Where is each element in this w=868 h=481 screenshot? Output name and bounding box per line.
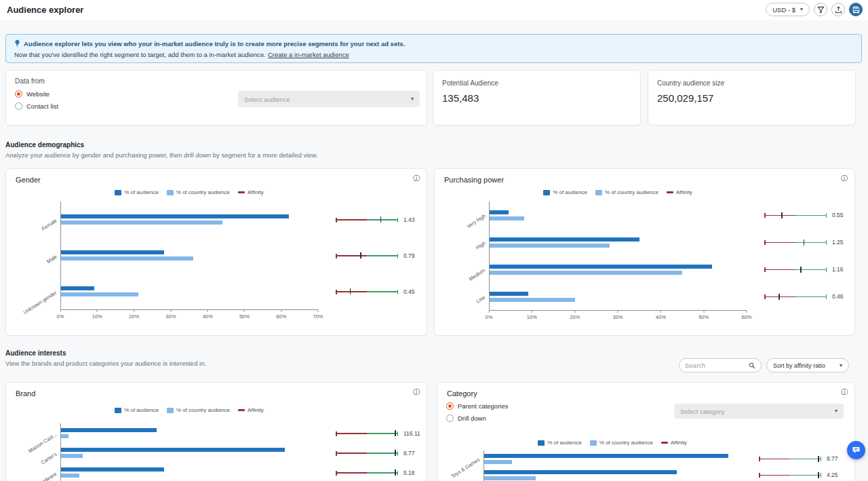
affinity-indicator [336,429,398,437]
axis-tickmark [618,311,618,313]
data-from-label: Data from [15,77,45,85]
category-label: Maison Cast... [27,431,58,454]
stat-value: 135,483 [442,92,479,104]
legend-country: % of country audience [595,189,658,195]
axis-tickmark [60,310,61,312]
legend-label: % of audience [547,440,582,446]
plot-area: Very highHighMediumLow0%10%20%30%40%50%6… [489,201,747,322]
audience-bar [490,237,639,242]
category-label: Very high [465,213,486,230]
country-audience-bar [61,474,79,478]
radio-drill-down[interactable]: Drill down [446,415,508,422]
info-icon[interactable]: ⓘ [413,387,420,397]
country-swatch [595,190,602,195]
info-icon[interactable]: ⓘ [841,387,848,397]
filter-button[interactable] [814,3,827,16]
country-audience-bar [490,271,682,275]
audience-swatch [538,440,545,446]
bar-group [61,237,318,273]
affinity-row: 1.16 [764,256,844,283]
country-audience-bar [490,216,524,220]
save-button[interactable] [849,3,863,16]
affinity-marker [395,469,396,476]
category-label: Low [475,294,486,305]
audience-bar [61,467,164,472]
radio-label: Parent categories [458,402,508,410]
affinity-marker [818,456,819,462]
country-audience-bar [61,292,138,296]
brand-card: Brand ⓘ % of audience % of country audie… [5,382,427,481]
info-icon[interactable]: ⓘ [413,174,420,183]
country-audience-bar [490,244,610,248]
affinity-marker [800,267,802,273]
affinity-marker [380,216,382,223]
banner-body-text: Now that you've identified the right seg… [14,51,266,58]
data-from-radio-group: Website Contact list [15,90,58,110]
chart-row: Very high [490,201,747,229]
axis-tickmark [208,310,208,312]
country-audience-bar [61,220,222,225]
country-audience-card: Country audience size 250,029,157 [648,70,856,126]
radio-label: Drill down [458,415,486,422]
axis-tick-label: 60% [276,313,286,320]
demographics-section-subtitle: Analyze your audience by gender and purc… [5,151,318,159]
bar-group [61,423,318,443]
demographics-section-title: Audience demographics [5,141,84,149]
bar-group [490,229,747,256]
info-icon[interactable]: ⓘ [841,174,848,183]
affinity-marker [804,239,805,246]
affinity-row: 1.25 [764,229,844,256]
chart-title: Gender [16,176,41,184]
chat-button[interactable] [847,441,865,459]
chart-legend: % of audience % of country audience Affi… [489,189,747,195]
currency-select[interactable]: USD - $ ▾ [766,3,810,16]
radio-parent-categories[interactable]: Parent categories [446,402,508,410]
axis-tick-label: 20% [129,313,139,320]
export-button[interactable] [831,3,845,16]
affinity-row: 8.77 [336,443,420,463]
affinity-row: 0.46 [764,283,844,310]
affinity-column: 0.551.251.160.46 [764,201,844,322]
radio-label: Website [26,90,50,98]
header-controls: USD - $ ▾ [766,3,863,16]
bar-group [61,201,318,237]
radio-label: Contact list [26,102,58,110]
affinity-value: 5.18 [403,469,415,476]
legend-affinity: Affinity [661,440,687,446]
select-audience-dropdown[interactable]: Select audience ▾ [238,91,420,107]
axis-tickmark [489,311,490,313]
radio-contact-list[interactable]: Contact list [15,102,58,110]
category-label: Male [45,253,58,264]
audience-explorer-page: Audience explorer USD - $ ▾ Audience exp… [0,0,868,481]
axis-tick-label: 70% [313,313,323,320]
select-category-dropdown[interactable]: Select category ▾ [674,404,844,419]
category-label: Toys & Games [450,457,481,480]
info-banner: Audience explorer lets you view who your… [5,34,862,63]
axis-tick-label: 40% [656,314,666,320]
legend-country: % of country audience [167,189,230,195]
radio-unselected-icon [446,415,454,422]
affinity-value: 4.25 [827,472,838,478]
currency-value: USD - $ [772,6,795,14]
affinity-swatch [238,191,245,193]
sort-dropdown[interactable]: Sort by affinity ratio ▾ [766,358,849,372]
audience-swatch [543,190,550,195]
bar-rows: Maison Cast...Carter's... Hardware [60,423,318,481]
affinity-indicator [764,212,827,219]
gender-card: Gender ⓘ % of audience % of country audi… [5,168,427,336]
affinity-indicator [764,293,827,301]
chevron-down-icon: ▾ [835,408,837,414]
chart-legend: % of audience % of country audience Affi… [60,189,318,195]
affinity-value: 1.25 [832,239,844,246]
chart-row: Carter's [61,443,318,463]
radio-website[interactable]: Website [15,90,58,98]
axis-tickmark [97,310,98,312]
chart-title: Brand [16,389,35,398]
chart-row: Unknown gender [61,273,318,309]
sort-label: Sort by affinity ratio [773,362,825,369]
affinity-swatch [667,191,673,193]
affinity-row: 1.43 [336,201,415,237]
create-audience-link[interactable]: Create a in-market audience [268,51,349,58]
audience-bar [61,448,285,452]
search-input[interactable] [685,362,746,369]
